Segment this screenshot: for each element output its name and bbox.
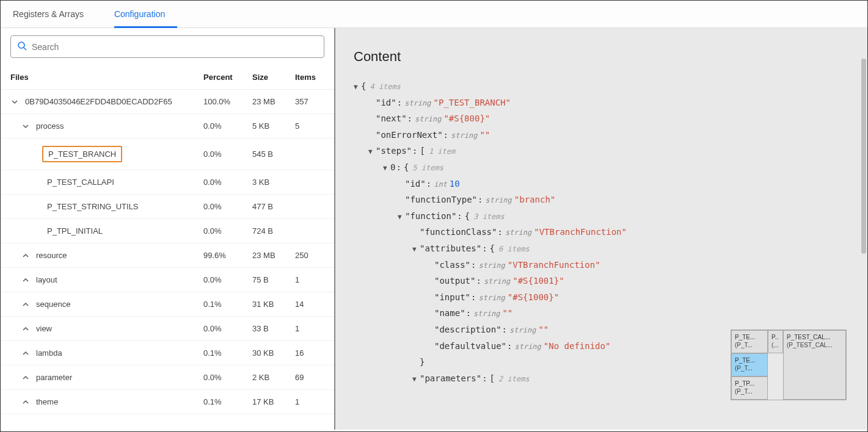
table-row[interactable]: resource99.6%23 MB250	[1, 243, 334, 268]
cell-percent: 0.1%	[203, 300, 252, 309]
caret-none	[32, 178, 41, 187]
chevron-down-icon[interactable]	[10, 98, 19, 106]
file-name: parameter	[36, 373, 72, 382]
json-attributes[interactable]: ▼attributes:{6 items	[354, 240, 849, 257]
file-table-body: 0B79D4035046E2FDD4BD0ECADD2F65100.0%23 M…	[1, 90, 334, 430]
chevron-up-icon[interactable]	[21, 398, 30, 406]
table-row[interactable]: parameter0.0%2 KB69	[1, 365, 334, 390]
file-name: P_TEST_BRANCH	[42, 146, 122, 162]
file-table-header: Files Percent Size Items	[1, 65, 334, 90]
cell-percent: 0.0%	[203, 202, 252, 211]
cell-size: 33 B	[252, 324, 295, 333]
minimap-cell[interactable]: P...(...	[768, 330, 783, 353]
json-field-onerror: ▼onErrorNext:string	[354, 127, 849, 143]
cell-size: 545 B	[252, 149, 295, 159]
cell-size: 23 MB	[252, 251, 295, 260]
col-size: Size	[252, 73, 295, 82]
file-name: resource	[36, 251, 67, 260]
tabs-bar: Registers & Arrays Configuration	[1, 1, 867, 28]
table-row[interactable]: view0.0%33 B1	[1, 317, 334, 341]
chevron-down-icon[interactable]	[21, 122, 30, 131]
table-row[interactable]: layout0.0%75 B1	[1, 268, 334, 292]
table-row[interactable]: P_TEST_CALLAPI0.0%3 KB	[1, 170, 334, 195]
file-name: 0B79D4035046E2FDD4BD0ECADD2F65	[25, 97, 172, 106]
cell-size: 477 B	[252, 202, 295, 211]
tab-registers[interactable]: Registers & Arrays	[13, 1, 96, 27]
col-percent: Percent	[203, 73, 252, 82]
cell-size: 31 KB	[252, 300, 295, 309]
tab-configuration[interactable]: Configuration	[114, 1, 177, 28]
cell-size: 17 KB	[252, 397, 295, 406]
search-box[interactable]	[10, 35, 324, 58]
chevron-up-icon[interactable]	[21, 300, 30, 309]
file-name: sequence	[36, 300, 70, 309]
json-field-steps[interactable]: ▼steps:[1 item	[354, 143, 849, 159]
table-row[interactable]: P_TEST_BRANCH0.0%545 B	[1, 139, 334, 170]
col-files: Files	[10, 73, 203, 82]
cell-items: 1	[295, 397, 332, 406]
col-items: Items	[295, 73, 332, 82]
minimap-cell[interactable]: P_TP...(P_T...	[731, 376, 768, 400]
caret-none	[32, 150, 41, 159]
cell-percent: 0.0%	[203, 149, 252, 159]
json-attr-name: ▼name:string	[354, 305, 849, 322]
json-step-functiontype: ▼functionType:stringbranch	[354, 192, 849, 208]
table-row[interactable]: P_TEST_STRING_UTILS0.0%477 B	[1, 195, 334, 219]
file-name: P_TPL_INITIAL	[47, 226, 103, 236]
chevron-up-icon[interactable]	[21, 276, 30, 284]
cell-percent: 99.6%	[203, 251, 252, 260]
cell-size: 5 KB	[252, 121, 295, 131]
json-attr-input: ▼input:string#S{1000}	[354, 289, 849, 306]
cell-size: 75 B	[252, 275, 295, 284]
cell-percent: 0.0%	[203, 226, 252, 236]
chevron-up-icon[interactable]	[21, 349, 30, 358]
table-row[interactable]: process0.0%5 KB5	[1, 114, 334, 139]
json-root-open[interactable]: ▼{4 items	[354, 78, 849, 95]
json-step-0[interactable]: ▼0:{5 items	[354, 159, 849, 176]
minimap-cell[interactable]: P_TE...(P_T...	[731, 330, 768, 353]
svg-point-0	[18, 42, 24, 48]
table-row[interactable]: lambda0.1%30 KB16	[1, 341, 334, 365]
cell-items: 5	[295, 121, 332, 131]
chevron-up-icon[interactable]	[21, 251, 30, 260]
cell-items: 250	[295, 251, 332, 260]
cell-items: 14	[295, 300, 332, 309]
json-field-next: ▼next:string#S{800}	[354, 110, 849, 127]
search-input[interactable]	[32, 42, 318, 52]
json-step-id: ▼id:int10	[354, 176, 849, 192]
content-pane: Content ▼{4 items ▼id:stringP_TEST_BRANC…	[335, 28, 867, 430]
caret-none	[32, 227, 41, 236]
table-row[interactable]: 0B79D4035046E2FDD4BD0ECADD2F65100.0%23 M…	[1, 90, 334, 114]
cell-items: 1	[295, 324, 332, 333]
cell-items: 69	[295, 373, 332, 382]
chevron-up-icon[interactable]	[21, 325, 30, 333]
cell-percent: 0.1%	[203, 397, 252, 406]
cell-size: 724 B	[252, 226, 295, 236]
table-row[interactable]: P_TPL_INITIAL0.0%724 B	[1, 219, 334, 243]
cell-items: 1	[295, 275, 332, 284]
cell-items: 357	[295, 97, 332, 106]
file-name: layout	[36, 275, 57, 284]
file-name: P_TEST_CALLAPI	[47, 178, 114, 187]
minimap-cell[interactable]: P_TEST_CAL...(P_TEST_CAL...	[783, 330, 846, 400]
cell-percent: 0.0%	[203, 373, 252, 382]
file-name: theme	[36, 397, 58, 406]
content-title: Content	[354, 49, 849, 65]
cell-size: 3 KB	[252, 178, 295, 187]
table-row[interactable]: theme0.1%17 KB1	[1, 390, 334, 414]
json-step-function[interactable]: ▼function:{3 items	[354, 208, 849, 225]
svg-line-1	[24, 48, 26, 50]
search-icon	[17, 41, 32, 52]
cell-percent: 0.0%	[203, 178, 252, 187]
file-name: process	[36, 121, 64, 131]
minimap-cell-selected[interactable]: P_TE...(P_T...	[731, 353, 768, 376]
json-attr-class: ▼class:stringVTBranchFunction	[354, 257, 849, 273]
minimap[interactable]: P_TE...(P_T... P...(... P_TEST_CAL...(P_…	[731, 329, 847, 400]
cell-size: 2 KB	[252, 373, 295, 382]
cell-percent: 0.1%	[203, 348, 252, 358]
cell-percent: 100.0%	[203, 97, 252, 106]
cell-size: 23 MB	[252, 97, 295, 106]
cell-size: 30 KB	[252, 348, 295, 358]
chevron-up-icon[interactable]	[21, 373, 30, 382]
table-row[interactable]: sequence0.1%31 KB14	[1, 292, 334, 317]
